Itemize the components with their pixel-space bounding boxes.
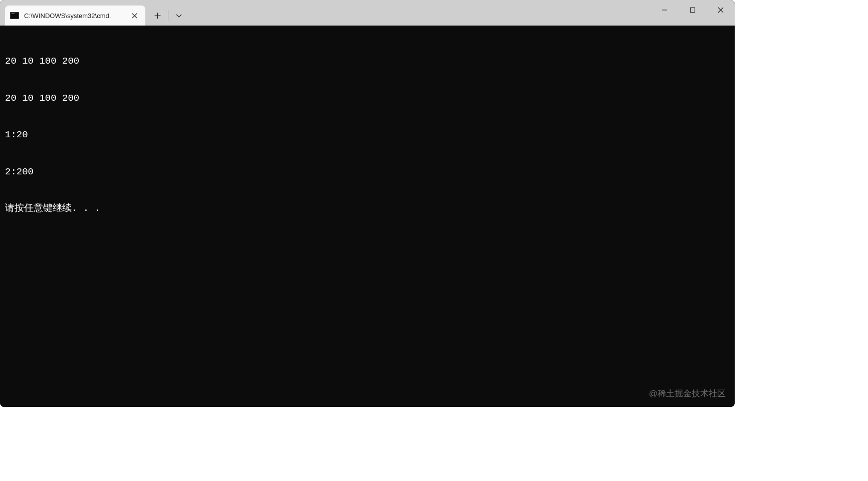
tab-cmd[interactable]: C:\WINDOWS\system32\cmd.	[5, 6, 145, 26]
minimize-button[interactable]	[650, 0, 679, 20]
close-window-button[interactable]	[707, 0, 735, 20]
terminal-line: 20 10 100 200	[5, 92, 730, 105]
terminal-line: 2:200	[5, 166, 730, 178]
maximize-icon	[690, 7, 696, 13]
close-icon	[132, 13, 137, 19]
terminal-line: 1:20	[5, 129, 730, 141]
terminal-line: 20 10 100 200	[5, 55, 730, 68]
svg-rect-5	[691, 8, 695, 13]
chevron-down-icon	[176, 14, 182, 18]
tab-title: C:\WINDOWS\system32\cmd.	[24, 12, 125, 20]
tab-close-button[interactable]	[129, 11, 139, 21]
cmd-icon	[10, 12, 19, 19]
tab-dropdown-button[interactable]	[170, 7, 188, 25]
close-icon	[718, 7, 724, 13]
minimize-icon	[662, 7, 668, 13]
tabs-area: C:\WINDOWS\system32\cmd.	[0, 0, 188, 26]
terminal-line: 请按任意键继续. . .	[5, 202, 730, 215]
terminal-body[interactable]: 20 10 100 200 20 10 100 200 1:20 2:200 请…	[0, 26, 735, 407]
watermark: @稀土掘金技术社区	[649, 388, 726, 400]
tab-divider	[168, 10, 168, 21]
titlebar[interactable]: C:\WINDOWS\system32\cmd.	[0, 0, 735, 26]
maximize-button[interactable]	[679, 0, 707, 20]
terminal-window: C:\WINDOWS\system32\cmd.	[0, 0, 735, 407]
new-tab-button[interactable]	[148, 7, 166, 25]
window-controls	[650, 0, 735, 26]
plus-icon	[154, 13, 161, 19]
